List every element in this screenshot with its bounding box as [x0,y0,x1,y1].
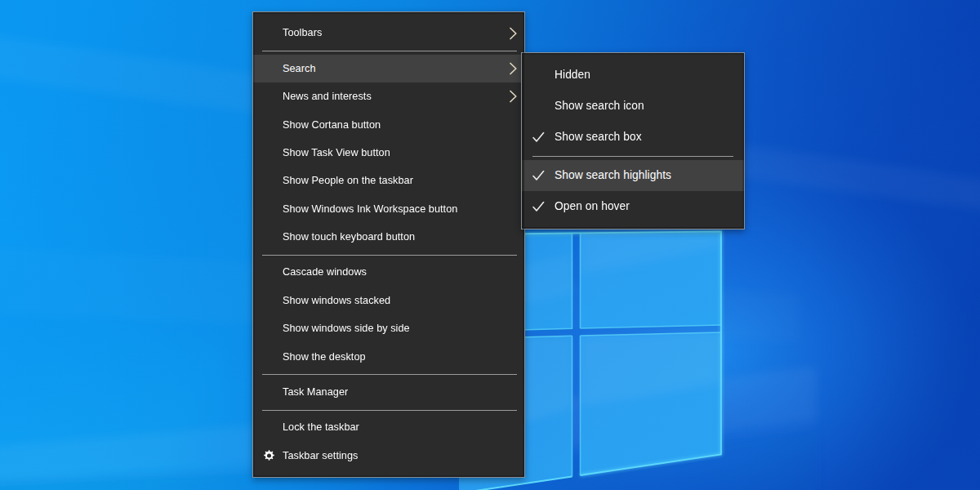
submenu-item-show-search-highlights[interactable]: Show search highlights [522,160,744,191]
menu-item-label: Show People on the taskbar [283,176,413,186]
menu-item-label: Search [283,64,316,74]
menu-item-label: Lock the taskbar [283,422,359,433]
menu-item-label: Toolbars [283,28,322,38]
menu-item-show-windows-side-by-side[interactable]: Show windows side by side [253,314,524,342]
menu-item-show-task-view-button[interactable]: Show Task View button [253,139,524,167]
checkmark-icon [532,202,545,212]
menu-item-label: News and interests [283,91,372,102]
menu-item-label: Show touch keyboard button [283,232,415,243]
submenu-arrow-icon [510,90,517,103]
submenu-item-label: Open on hover [555,201,630,212]
menu-separator [262,255,517,256]
menu-item-label: Cascade windows [283,267,367,278]
menu-separator [262,410,517,411]
menu-item-show-the-desktop[interactable]: Show the desktop [253,343,524,371]
search-submenu: Hidden Show search icon Show search box … [521,52,745,229]
menu-item-show-cortana-button[interactable]: Show Cortana button [253,111,524,139]
menu-item-show-people-on-the-taskbar[interactable]: Show People on the taskbar [253,167,524,194]
menu-separator [532,156,733,157]
taskbar-context-menu: Toolbars Search News and interests Show … [252,11,525,478]
submenu-item-label: Show search box [555,131,642,143]
submenu-item-show-search-icon[interactable]: Show search icon [522,91,744,122]
checkmark-icon [532,171,545,181]
menu-separator [262,374,517,375]
menu-separator [262,51,517,51]
menu-item-label: Show windows stacked [283,296,390,306]
submenu-item-label: Hidden [555,69,590,81]
menu-item-news-and-interests[interactable]: News and interests [253,82,524,110]
menu-item-search[interactable]: Search [253,55,524,82]
menu-item-task-manager[interactable]: Task Manager [253,378,524,406]
submenu-item-label: Show search icon [555,100,644,112]
menu-item-label: Taskbar settings [283,451,358,461]
submenu-item-label: Show search highlights [555,170,671,181]
menu-item-cascade-windows[interactable]: Cascade windows [253,259,524,287]
menu-item-label: Task Manager [283,387,348,398]
submenu-item-open-on-hover[interactable]: Open on hover [522,191,744,222]
submenu-item-show-search-box[interactable]: Show search box [522,122,744,153]
menu-item-label: Show Cortana button [283,120,381,131]
menu-item-label: Show the desktop [283,352,366,363]
menu-item-show-touch-keyboard-button[interactable]: Show touch keyboard button [253,223,524,251]
menu-item-show-windows-ink-workspace-button[interactable]: Show Windows Ink Workspace button [253,195,524,223]
submenu-item-hidden[interactable]: Hidden [522,60,744,91]
submenu-arrow-icon [510,62,517,75]
menu-item-taskbar-settings[interactable]: Taskbar settings [253,442,524,470]
submenu-arrow-icon [510,27,517,40]
menu-item-toolbars[interactable]: Toolbars [253,20,524,47]
menu-item-show-windows-stacked[interactable]: Show windows stacked [253,287,524,314]
menu-item-label: Show windows side by side [283,323,410,334]
checkmark-icon [532,132,545,143]
gear-icon [263,450,275,462]
menu-item-lock-the-taskbar[interactable]: Lock the taskbar [253,414,524,442]
menu-item-label: Show Windows Ink Workspace button [283,204,457,215]
menu-item-label: Show Task View button [283,148,390,158]
